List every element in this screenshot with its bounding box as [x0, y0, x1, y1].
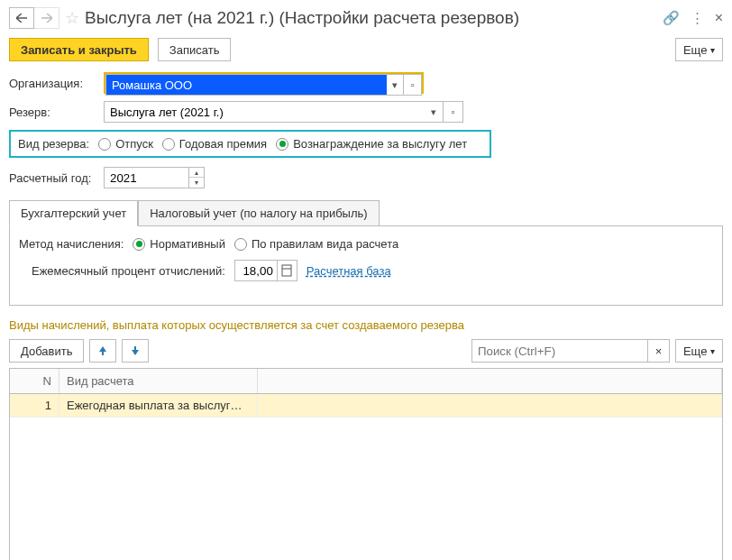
accruals-section-title: Виды начислений, выплата которых осущест…	[9, 318, 723, 332]
table-more-button[interactable]: Еще ▾	[675, 339, 723, 363]
year-up-button[interactable]: ▴	[189, 168, 204, 178]
method-normative[interactable]: Нормативный	[133, 237, 225, 251]
col-header-rest	[258, 369, 722, 393]
calc-year-input[interactable]	[104, 167, 189, 188]
reserve-type-label: Вид резерва:	[18, 137, 89, 151]
method-label: Метод начисления:	[19, 237, 124, 251]
save-and-close-button[interactable]: Записать и закрыть	[9, 38, 149, 61]
reserve-field[interactable]: ▾ ▫	[104, 101, 463, 123]
tab-tax[interactable]: Налоговый учет (по налогу на прибыль)	[138, 200, 380, 226]
grid-header: N Вид расчета	[10, 369, 722, 394]
arrow-right-icon	[41, 14, 52, 23]
more-button[interactable]: Еще ▾	[675, 38, 723, 61]
reserve-type-vacation[interactable]: Отпуск	[98, 137, 153, 151]
calc-year-label: Расчетный год:	[9, 171, 104, 185]
arrow-left-icon	[16, 14, 27, 23]
calc-base-link[interactable]: Расчетная база	[307, 264, 391, 278]
table-row[interactable]: 1 Ежегодная выплата за выслуг…	[10, 394, 722, 418]
nav-back-button[interactable]	[9, 7, 34, 29]
move-down-button[interactable]	[122, 339, 149, 363]
calc-icon-button[interactable]	[278, 260, 297, 281]
row-n: 1	[10, 394, 59, 417]
accruals-grid[interactable]: N Вид расчета 1 Ежегодная выплата за выс…	[9, 368, 723, 560]
close-icon[interactable]: ×	[715, 10, 723, 26]
titlebar: ☆ Выслуга лет (на 2021 г.) (Настройки ра…	[9, 7, 723, 29]
main-toolbar: Записать и закрыть Записать Еще ▾	[9, 38, 723, 61]
org-open-button[interactable]: ▫	[404, 74, 422, 96]
col-header-n[interactable]: N	[10, 369, 59, 393]
reserve-label: Резерв:	[9, 106, 104, 119]
move-up-button[interactable]	[89, 339, 116, 363]
tab-panel-accounting: Метод начисления: Нормативный По правила…	[9, 225, 723, 306]
arrow-down-icon	[130, 344, 141, 357]
org-label: Организация:	[9, 77, 104, 90]
tab-strip: Бухгалтерский учет Налоговый учет (по на…	[9, 199, 723, 225]
calc-year-spinner[interactable]: ▴ ▾	[104, 167, 205, 188]
reserve-open-button[interactable]: ▫	[444, 101, 463, 123]
reserve-type-annual-bonus[interactable]: Годовая премия	[162, 137, 267, 151]
monthly-pct-label: Ежемесячный процент отчислений:	[32, 264, 225, 278]
tab-accounting[interactable]: Бухгалтерский учет	[9, 200, 138, 226]
page-title: Выслуга лет (на 2021 г.) (Настройки расч…	[85, 8, 657, 28]
favorite-star-icon[interactable]: ☆	[65, 8, 79, 28]
reserve-type-group: Вид резерва: Отпуск Годовая премия Возна…	[9, 130, 491, 158]
table-toolbar: Добавить × Еще ▾	[9, 339, 723, 363]
kebab-menu-icon[interactable]: ⋮	[691, 10, 704, 26]
reserve-type-longevity[interactable]: Вознаграждение за выслугу лет	[276, 137, 467, 151]
row-type: Ежегодная выплата за выслуг…	[59, 394, 258, 417]
monthly-pct-input[interactable]	[234, 260, 278, 281]
search-input[interactable]	[471, 339, 648, 363]
save-button[interactable]: Записать	[158, 38, 232, 61]
add-button[interactable]: Добавить	[9, 339, 84, 363]
org-field[interactable]: Ромашка ООО ▾ ▫	[104, 72, 424, 94]
year-down-button[interactable]: ▾	[189, 178, 204, 188]
col-header-type[interactable]: Вид расчета	[59, 369, 258, 393]
method-by-rules[interactable]: По правилам вида расчета	[234, 237, 398, 251]
chevron-down-icon: ▾	[710, 346, 715, 356]
reserve-input[interactable]	[104, 101, 424, 123]
chevron-down-icon: ▾	[710, 45, 715, 55]
nav-forward-button[interactable]	[34, 7, 59, 29]
calculator-icon	[281, 264, 292, 277]
reserve-dropdown-button[interactable]: ▾	[424, 101, 444, 123]
search-clear-button[interactable]: ×	[648, 339, 670, 363]
org-dropdown-button[interactable]: ▾	[387, 74, 405, 96]
arrow-up-icon	[97, 344, 108, 357]
org-value[interactable]: Ромашка ООО	[105, 74, 387, 96]
link-icon[interactable]: 🔗	[663, 10, 680, 26]
svg-rect-0	[282, 265, 291, 276]
